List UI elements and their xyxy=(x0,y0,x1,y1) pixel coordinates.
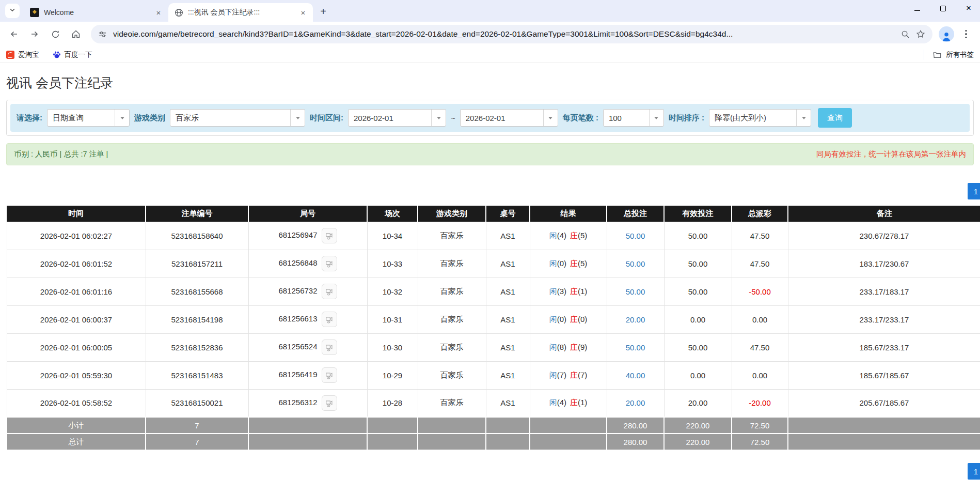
cell-total-bet[interactable]: 50.00 xyxy=(607,222,664,250)
profile-avatar[interactable] xyxy=(939,26,954,42)
tab-bet-records[interactable]: :::视讯 会员下注纪录::: × xyxy=(168,3,313,22)
cell-total-bet[interactable]: 20.00 xyxy=(607,305,664,333)
round-number: 681256732 xyxy=(278,286,317,295)
cell-total-bet[interactable]: 50.00 xyxy=(607,333,664,361)
cell-valid-bet: 50.00 xyxy=(664,250,732,278)
zoom-icon[interactable] xyxy=(901,30,910,39)
bookmark-star-icon[interactable] xyxy=(916,29,925,39)
cell-time: 2026-02-01 06:01:16 xyxy=(7,278,146,305)
cell-note: 183.17/230.67 xyxy=(788,250,980,278)
sort-select[interactable]: 降幂(由大到小) xyxy=(709,109,811,127)
close-icon[interactable]: × xyxy=(154,8,163,17)
url-text[interactable]: videoie.com/game/betrecord_search/kind3?… xyxy=(113,29,895,39)
query-button[interactable]: 查询 xyxy=(818,108,852,128)
page-number-button[interactable]: 1 xyxy=(968,183,980,199)
total-total-bet: 280.00 xyxy=(607,434,664,450)
menu-kebab-icon[interactable] xyxy=(957,25,975,43)
new-tab-button[interactable]: + xyxy=(316,4,330,19)
cell-valid-bet: 50.00 xyxy=(664,333,732,361)
cell-total-bet[interactable]: 50.00 xyxy=(607,278,664,305)
banker-score: (1) xyxy=(578,287,587,296)
summary-currency-count: 币别 : 人民币 | 总共 :7 注单 | xyxy=(14,149,108,159)
total-label: 总计 xyxy=(7,434,146,450)
header-game-type: 游戏类别 xyxy=(418,206,486,222)
player-result: 闲 xyxy=(549,343,557,351)
chevron-down-icon[interactable] xyxy=(431,110,446,126)
page-number-button[interactable]: 1 xyxy=(968,463,980,480)
chevron-down-icon[interactable] xyxy=(543,110,558,126)
total-count: 7 xyxy=(146,434,248,450)
cell-result: 闲(4)庄(5) xyxy=(530,222,607,250)
video-replay-button[interactable] xyxy=(322,256,337,271)
header-session: 场次 xyxy=(367,206,418,222)
bookmark-aitaobao[interactable]: 爱淘宝 xyxy=(6,50,39,59)
chevron-down-icon[interactable] xyxy=(649,110,663,126)
close-window-icon[interactable]: × xyxy=(965,4,973,12)
bookmark-baidu[interactable]: 百度一下 xyxy=(53,50,92,59)
chevron-down-icon[interactable] xyxy=(796,110,811,126)
close-icon[interactable]: × xyxy=(298,8,308,17)
globe-icon xyxy=(175,8,183,17)
page-size-select[interactable]: 100 xyxy=(603,109,664,127)
cell-payout: 47.50 xyxy=(732,333,788,361)
round-number: 681256312 xyxy=(278,398,317,407)
chevron-down-icon[interactable] xyxy=(290,110,305,126)
header-time: 时间 xyxy=(7,206,146,222)
video-replay-button[interactable] xyxy=(322,340,337,355)
cell-result: 闲(4)庄(1) xyxy=(530,389,607,417)
cell-round: 681256419 xyxy=(248,361,367,389)
video-replay-button[interactable] xyxy=(322,395,337,411)
reload-icon[interactable] xyxy=(46,25,64,43)
window-controls: × xyxy=(913,4,973,12)
summary-notice: 同局有效投注，统一计算在该局第一张注单内 xyxy=(816,149,966,159)
player-result: 闲 xyxy=(549,315,557,323)
tab-strip: Welcome × :::视讯 会员下注纪录::: × + × xyxy=(0,0,980,22)
tab-title: Welcome xyxy=(44,8,149,17)
date-range-tilde: ~ xyxy=(451,114,455,122)
cell-result: 闲(8)庄(9) xyxy=(530,333,607,361)
home-icon[interactable] xyxy=(67,25,85,43)
game-type-select[interactable]: 百家乐 xyxy=(170,109,305,127)
banker-score: (5) xyxy=(578,231,587,240)
cell-payout: -20.00 xyxy=(732,389,788,417)
date-end-select[interactable]: 2026-02-01 xyxy=(460,109,558,127)
table-row: 2026-02-01 06:00:37 523168154198 6812566… xyxy=(7,305,980,333)
cell-valid-bet: 50.00 xyxy=(664,278,732,305)
site-controls-icon[interactable] xyxy=(98,30,107,39)
cell-table: AS1 xyxy=(486,333,530,361)
cell-round: 681256848 xyxy=(248,250,367,278)
tab-welcome[interactable]: Welcome × xyxy=(24,3,168,22)
video-replay-button[interactable] xyxy=(322,312,337,327)
video-replay-button[interactable] xyxy=(322,228,337,243)
cell-payout: 0.00 xyxy=(732,361,788,389)
cell-time: 2026-02-01 05:59:30 xyxy=(7,361,146,389)
cell-table: AS1 xyxy=(486,305,530,333)
cell-note: 233.17/183.17 xyxy=(788,278,980,305)
minimize-icon[interactable] xyxy=(913,4,921,12)
browser-toolbar: videoie.com/game/betrecord_search/kind3?… xyxy=(0,22,980,47)
all-bookmarks-button[interactable]: 所有书签 xyxy=(924,50,974,60)
maximize-icon[interactable] xyxy=(939,4,947,12)
url-bar[interactable]: videoie.com/game/betrecord_search/kind3?… xyxy=(91,25,932,43)
cell-total-bet[interactable]: 40.00 xyxy=(607,361,664,389)
round-number: 681256848 xyxy=(278,258,317,267)
cell-note: 233.17/233.17 xyxy=(788,305,980,333)
video-replay-button[interactable] xyxy=(322,367,337,383)
cell-time: 2026-02-01 06:00:05 xyxy=(7,333,146,361)
cell-total-bet[interactable]: 20.00 xyxy=(607,389,664,417)
cell-table: AS1 xyxy=(486,389,530,417)
bookmark-label: 爱淘宝 xyxy=(18,50,39,59)
round-number: 681256947 xyxy=(278,230,317,239)
date-start-select[interactable]: 2026-02-01 xyxy=(348,109,446,127)
filter-panel: 请选择: 日期查询 游戏类别 百家乐 时间区间: 2026-02-01 ~ 20… xyxy=(6,100,974,136)
back-icon[interactable] xyxy=(5,25,23,43)
cell-payout: 0.00 xyxy=(732,305,788,333)
forward-icon[interactable] xyxy=(26,25,43,43)
tab-search-button[interactable] xyxy=(5,4,20,18)
cell-session: 10-33 xyxy=(367,250,418,278)
cell-valid-bet: 20.00 xyxy=(664,389,732,417)
date-type-select[interactable]: 日期查询 xyxy=(47,109,130,127)
cell-total-bet[interactable]: 50.00 xyxy=(607,250,664,278)
video-replay-button[interactable] xyxy=(322,284,337,299)
chevron-down-icon[interactable] xyxy=(115,110,129,126)
